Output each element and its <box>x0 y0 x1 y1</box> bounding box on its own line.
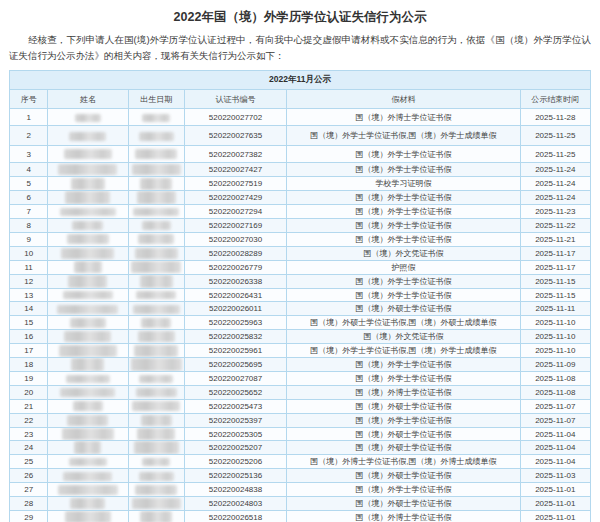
cell-fake-material: 国（境）外硕士学位证书假 <box>287 441 521 455</box>
cell-fake-material: 国（境）外学士学位证书假 <box>287 205 521 219</box>
birthdate-blur-block <box>140 511 172 522</box>
birthdate-blur-block <box>132 164 181 175</box>
announcement-page: { "page": { "title": "2022年国（境）外学历学位认证失信… <box>0 0 600 522</box>
cell-name-redacted <box>48 232 128 246</box>
cell-name-redacted <box>48 219 128 233</box>
name-blur-block <box>69 458 107 466</box>
cell-birthdate-redacted <box>128 385 184 399</box>
cell-serial-number: 10 <box>10 246 48 260</box>
birthdate-blur-block <box>136 388 177 397</box>
cell-certificate-number: 520220027382 <box>184 146 286 163</box>
cell-birthdate-redacted <box>128 455 184 469</box>
cell-fake-material: 国（境）外博士学位证书假,国（境）外博士成绩单假 <box>287 455 521 469</box>
cell-serial-number: 3 <box>10 146 48 163</box>
table-row: 27 520220024838 国（境）外学士学位证书假 2025-11-01 <box>10 483 591 497</box>
cell-name-redacted <box>48 302 128 316</box>
cell-serial-number: 1 <box>10 109 48 126</box>
cell-birthdate-redacted <box>128 358 184 372</box>
birthdate-blur-block <box>139 132 174 141</box>
cell-certificate-number: 520220025136 <box>184 469 286 483</box>
table-row: 22 520220025397 国（境）外学士学位证书假 2025-11-07 <box>10 413 591 427</box>
birthdate-blur-block <box>134 441 179 454</box>
cell-name-redacted <box>48 109 128 126</box>
name-blur-block <box>63 291 113 299</box>
cell-certificate-number: 520220024803 <box>184 497 286 511</box>
table-caption-row: 2022年11月公示 <box>10 71 591 90</box>
table-row: 4 520220027427 国（境）外学士学位证书假 2025-11-24 <box>10 163 591 177</box>
cell-birthdate-redacted <box>128 205 184 219</box>
birthdate-blur-block <box>141 415 172 426</box>
cell-publicity-end-date: 2025-11-04 <box>520 455 590 469</box>
birthdate-blur-block <box>131 358 182 371</box>
cell-publicity-end-date: 2025-11-22 <box>520 219 590 233</box>
cell-birthdate-redacted <box>128 288 184 302</box>
cell-certificate-number: 520220025206 <box>184 455 286 469</box>
cell-birthdate-redacted <box>128 344 184 358</box>
table-row: 11 520220026779 护照假 2025-11-17 <box>10 260 591 274</box>
birthdate-blur-block <box>132 401 180 411</box>
cell-birthdate-redacted <box>128 191 184 205</box>
cell-certificate-number: 520220025963 <box>184 316 286 330</box>
table-row: 5 520220027519 学校学习证明假 2025-11-24 <box>10 177 591 191</box>
table-row: 13 520220026431 国（境）外学士学位证书假 2025-11-15 <box>10 288 591 302</box>
cell-name-redacted <box>48 427 128 441</box>
cell-publicity-end-date: 2025-11-08 <box>520 372 590 386</box>
column-header-5: 公示结束时间 <box>520 90 590 109</box>
cell-publicity-end-date: 2025-11-24 <box>520 163 590 177</box>
table-row: 8 520220027169 国（境）外学士学位证书假 2025-11-22 <box>10 219 591 233</box>
cell-publicity-end-date: 2025-11-08 <box>520 385 590 399</box>
cell-fake-material: 国（境）外博士学位证书假 <box>287 511 521 522</box>
name-blur-block <box>59 345 117 357</box>
cell-name-redacted <box>48 483 128 497</box>
cell-publicity-end-date: 2025-11-04 <box>520 427 590 441</box>
cell-serial-number: 21 <box>10 399 48 413</box>
cell-certificate-number: 520220025473 <box>184 399 286 413</box>
cell-publicity-end-date: 2025-11-21 <box>520 232 590 246</box>
cell-birthdate-redacted <box>128 427 184 441</box>
cell-name-redacted <box>48 260 128 274</box>
cell-serial-number: 4 <box>10 163 48 177</box>
cell-name-redacted <box>48 358 128 372</box>
birthdate-blur-block <box>138 331 175 342</box>
cell-name-redacted <box>48 177 128 191</box>
cell-publicity-end-date: 2025-11-24 <box>520 177 590 191</box>
cell-publicity-end-date: 2025-11-17 <box>520 260 590 274</box>
cell-serial-number: 5 <box>10 177 48 191</box>
cell-serial-number: 22 <box>10 413 48 427</box>
cell-birthdate-redacted <box>128 441 184 455</box>
cell-fake-material: 国（境）外学士学位证书假 <box>287 163 521 177</box>
table-header-row: 序号姓名出生日期认证书编号假材料公示结束时间 <box>10 90 591 109</box>
table-caption: 2022年11月公示 <box>10 71 591 90</box>
birthdate-blur-block <box>137 191 176 204</box>
cell-name-redacted <box>48 316 128 330</box>
cell-certificate-number: 520220027429 <box>184 191 286 205</box>
cell-birthdate-redacted <box>128 413 184 427</box>
name-blur-block <box>68 275 107 288</box>
birthdate-blur-block <box>133 305 180 314</box>
cell-name-redacted <box>48 511 128 522</box>
birthdate-blur-block <box>140 178 172 190</box>
name-blur-block <box>67 234 109 244</box>
cell-certificate-number: 520220025397 <box>184 413 286 427</box>
birthdate-blur-block <box>138 234 174 244</box>
cell-serial-number: 20 <box>10 385 48 399</box>
cell-birthdate-redacted <box>128 483 184 497</box>
cell-fake-material: 国（境）外硕士学位证书假 <box>287 427 521 441</box>
cell-certificate-number: 520220027519 <box>184 177 286 191</box>
name-blur-block <box>58 485 118 495</box>
cell-serial-number: 17 <box>10 344 48 358</box>
birthdate-blur-block <box>134 345 178 357</box>
cell-name-redacted <box>48 330 128 344</box>
cell-birthdate-redacted <box>128 372 184 386</box>
cell-name-redacted <box>48 399 128 413</box>
cell-certificate-number: 520220027030 <box>184 232 286 246</box>
cell-serial-number: 23 <box>10 427 48 441</box>
table-row: 16 520220025832 国（境）外文凭证书假 2025-11-10 <box>10 330 591 344</box>
table-row: 24 520220025207 国（境）外硕士学位证书假 2025-11-04 <box>10 441 591 455</box>
cell-fake-material: 国（境）外学士学位证书假 <box>287 191 521 205</box>
cell-fake-material: 国（境）外学士学位证书假,国（境）外学士成绩单假 <box>287 344 521 358</box>
birthdate-blur-block <box>137 428 175 440</box>
birthdate-blur-block <box>135 485 177 495</box>
name-blur-block <box>69 132 106 141</box>
name-blur-block <box>60 388 115 397</box>
